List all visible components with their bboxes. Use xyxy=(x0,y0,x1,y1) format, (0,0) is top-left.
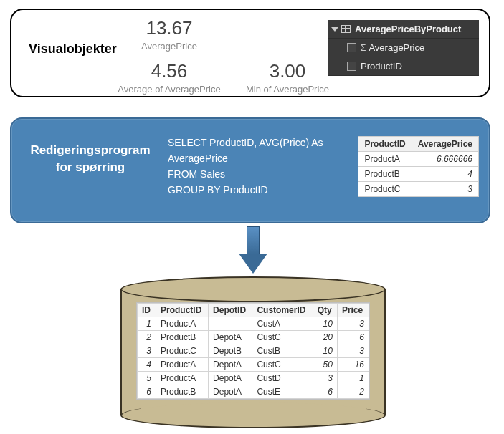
table-row: ProductB 4 xyxy=(358,167,479,182)
table-row: 3 ProductC DepotB CustB 10 3 xyxy=(138,344,369,358)
metric-label: AveragePrice xyxy=(126,41,212,52)
cell: 10 xyxy=(313,344,337,358)
table-row: 4 ProductA DepotA CustC 50 16 xyxy=(138,358,369,372)
cell: 1 xyxy=(138,317,156,331)
col-productid: ProductID xyxy=(156,304,208,317)
cell: 20 xyxy=(313,331,337,344)
query-result-table: ProductID AveragePrice ProductA 6.666666… xyxy=(358,136,479,197)
cell: 4 xyxy=(412,167,478,182)
cell: ProductA xyxy=(156,317,208,331)
visuals-title: Visualobjekter xyxy=(29,42,117,57)
cell: ProductC xyxy=(358,182,412,197)
visuals-panel: Visualobjekter 13.67 AveragePrice 4.56 A… xyxy=(10,9,490,97)
checkbox-icon[interactable] xyxy=(347,43,356,52)
metric-value: 13.67 xyxy=(126,17,212,39)
metric-value: 3.00 xyxy=(234,60,341,82)
field-label: AveragePrice xyxy=(369,42,424,53)
metric-min-of-averageprice: 3.00 Min of AveragePrice xyxy=(234,60,341,95)
checkbox-icon[interactable] xyxy=(347,62,356,71)
cell: CustC xyxy=(252,331,313,344)
cell: 50 xyxy=(313,358,337,372)
field-item-productid[interactable]: ProductID xyxy=(328,57,479,76)
table-row: ProductA 6.666666 xyxy=(358,152,479,167)
cell: DepotA xyxy=(209,331,252,344)
cell: 5 xyxy=(138,372,156,385)
cell: 3 xyxy=(138,344,156,358)
cell: 3 xyxy=(337,344,369,358)
cell: CustB xyxy=(252,344,313,358)
table-row: 1 ProductA CustA 10 3 xyxy=(138,317,369,331)
cell: DepotB xyxy=(209,344,252,358)
sigma-icon: Σ xyxy=(361,43,366,53)
metric-avg-of-averageprice: 4.56 Average of AveragePrice xyxy=(112,60,227,95)
col-customerid: CustomerID xyxy=(252,304,313,317)
field-list: AveragePriceByProduct Σ AveragePrice Pro… xyxy=(328,20,479,76)
field-table-name: AveragePriceByProduct xyxy=(355,24,461,34)
table-row: 5 ProductA DepotA CustD 3 1 xyxy=(138,372,369,385)
table-row: 6 ProductB DepotA CustE 6 2 xyxy=(138,385,369,399)
cell: CustA xyxy=(252,317,313,331)
table-row: ID ProductID DepotID CustomerID Qty Pric… xyxy=(138,304,369,317)
sql-text: SELECT ProductID, AVG(Price) As AverageP… xyxy=(168,135,323,198)
metric-label: Average of AveragePrice xyxy=(112,84,227,95)
cell: 3 xyxy=(337,317,369,331)
table-row: ProductC 3 xyxy=(358,182,479,197)
query-title-line2: for spørring xyxy=(19,160,162,175)
table-row: 2 ProductB DepotA CustC 20 6 xyxy=(138,331,369,344)
cell: ProductA xyxy=(156,372,208,385)
col-qty: Qty xyxy=(313,304,337,317)
database-cylinder: ID ProductID DepotID CustomerID Qty Pric… xyxy=(120,276,386,424)
col-id: ID xyxy=(138,304,156,317)
cell: 3 xyxy=(412,182,478,197)
col-averageprice: AveragePrice xyxy=(412,137,478,152)
cell: 6 xyxy=(337,331,369,344)
cell: ProductB xyxy=(156,331,208,344)
cell: CustC xyxy=(252,358,313,372)
query-editor-panel: Redigeringsprogram for spørring SELECT P… xyxy=(10,117,490,223)
table-icon xyxy=(341,25,351,33)
expand-icon xyxy=(331,27,338,32)
cell: 10 xyxy=(313,317,337,331)
sales-table: ID ProductID DepotID CustomerID Qty Pric… xyxy=(137,303,369,399)
cell: 1 xyxy=(337,372,369,385)
cell: 2 xyxy=(138,331,156,344)
cell: 2 xyxy=(337,385,369,399)
cell: ProductB xyxy=(156,385,208,399)
metric-label: Min of AveragePrice xyxy=(234,84,341,95)
metric-averageprice: 13.67 AveragePrice xyxy=(126,17,212,52)
cell: 6 xyxy=(313,385,337,399)
cell: ProductC xyxy=(156,344,208,358)
cell: DepotA xyxy=(209,372,252,385)
col-depotid: DepotID xyxy=(209,304,252,317)
metric-value: 4.56 xyxy=(112,60,227,82)
query-title-line1: Redigeringsprogram xyxy=(19,143,162,158)
cell: ProductA xyxy=(156,358,208,372)
cell: CustD xyxy=(252,372,313,385)
field-table-row[interactable]: AveragePriceByProduct xyxy=(328,20,479,39)
cell: 6.666666 xyxy=(412,152,478,167)
cell: ProductB xyxy=(358,167,412,182)
field-label: ProductID xyxy=(361,61,402,72)
field-item-averageprice[interactable]: Σ AveragePrice xyxy=(328,39,479,57)
arrow-down-icon xyxy=(239,226,267,276)
col-price: Price xyxy=(337,304,369,317)
table-row: ProductID AveragePrice xyxy=(358,137,479,152)
sales-table-wrap: ID ProductID DepotID CustomerID Qty Pric… xyxy=(136,302,370,400)
cell: 16 xyxy=(337,358,369,372)
cell: 6 xyxy=(138,385,156,399)
cell: DepotA xyxy=(209,385,252,399)
cell xyxy=(209,317,252,331)
cell: ProductA xyxy=(358,152,412,167)
cell: CustE xyxy=(252,385,313,399)
col-productid: ProductID xyxy=(358,137,412,152)
cell: DepotA xyxy=(209,358,252,372)
cell: 4 xyxy=(138,358,156,372)
cell: 3 xyxy=(313,372,337,385)
